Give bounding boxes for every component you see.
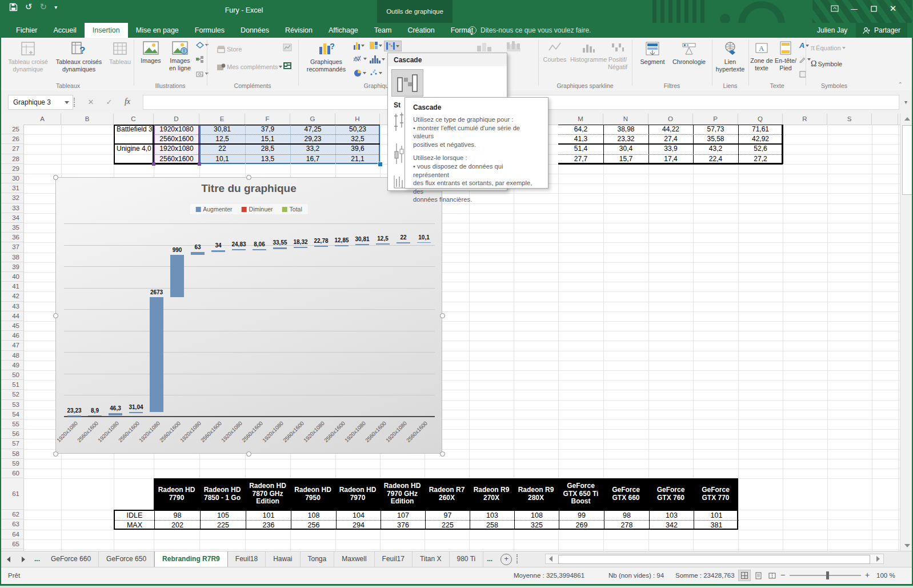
waterfall-bar[interactable] [191,252,205,255]
waterfall-bar[interactable] [232,249,246,250]
recommended-charts-button[interactable]: ? Graphiques recommandés [302,40,351,73]
sheet-tab-feuil17[interactable]: Feuil17 [375,551,413,567]
scroll-right-icon[interactable] [873,555,883,563]
column-header-S[interactable]: S [827,114,872,125]
gpu-cell[interactable]: 97 [425,511,470,520]
cell-value[interactable]: 51,4 [558,144,603,154]
waterfall-bar[interactable] [314,246,328,247]
row-header-42[interactable]: 42 [1,291,23,301]
cell-value[interactable]: 52,6 [738,144,783,154]
column-header-F[interactable]: F [245,114,290,125]
gpu-cell[interactable]: 256 [291,520,336,530]
tab-données[interactable]: Données [233,23,277,38]
tab-révision[interactable]: Révision [277,23,321,38]
row-header-53[interactable]: 53 [1,400,23,410]
row-header-28[interactable]: 28 [1,154,23,164]
cell-value[interactable]: 16,7 [290,154,335,164]
row-header-65[interactable]: 65 [1,539,23,549]
tab-fichier[interactable]: Fichier [8,23,46,38]
cell-value[interactable]: 23,32 [603,134,648,144]
sheet-tab-titan-x[interactable]: Titan X [413,551,450,567]
column-header-G[interactable]: G [290,114,335,125]
column-header-P[interactable]: P [693,114,738,125]
cell-resolution[interactable]: 2560x1600 [154,134,199,144]
cell-value[interactable]: 17,4 [648,154,693,164]
horizontal-scroll-thumb[interactable] [558,555,870,564]
waterfall-bar[interactable] [397,242,410,243]
fill-handle[interactable] [378,162,383,167]
row-header-56[interactable]: 56 [1,429,23,439]
purple-handle[interactable] [198,162,201,166]
sheet-nav-left-icon[interactable] [1,551,16,567]
cell-value[interactable]: 15,1 [245,134,290,144]
cell-value[interactable]: 27,4 [648,134,693,144]
cell-value[interactable]: 44,22 [648,125,693,134]
gpu-cell[interactable]: 101 [246,511,291,520]
gpu-cell[interactable]: 278 [604,520,649,530]
gpu-cell[interactable]: 103 [649,511,694,520]
cell-value[interactable]: 12,5 [199,134,245,144]
cell-value[interactable]: 30,81 [199,125,245,134]
gpu-cell[interactable]: 105 [200,511,246,520]
row-header-27[interactable]: 27 [1,144,23,154]
chart-object[interactable]: Titre du graphique AugmenterDiminuerTota… [55,177,442,454]
tab-accueil[interactable]: Accueil [46,23,85,38]
collapse-ribbon-icon[interactable]: ⌃ [898,81,903,87]
insert-statistic-chart-button[interactable] [368,54,387,65]
scroll-left-icon[interactable] [546,555,556,563]
cell-value[interactable]: 41,3 [558,134,603,144]
smartart-button[interactable] [194,55,206,64]
gpu-cell[interactable]: 108 [514,511,559,520]
maximize-icon[interactable] [864,0,883,17]
page-layout-view-icon[interactable] [752,570,764,581]
row-header-61[interactable]: 61 [1,478,23,510]
cell-value[interactable]: 50,23 [335,125,380,134]
cell-value[interactable]: 38,98 [603,125,648,134]
waterfall-bar[interactable] [253,249,266,250]
sheet-tab-geforce-650[interactable]: GeForce 650 [99,551,154,567]
waterfall-bar[interactable] [273,247,287,249]
insert-scatter-chart-button[interactable] [368,68,384,78]
tab-création[interactable]: Création [399,23,442,38]
legend-item-total[interactable]: Total [282,206,302,213]
row-header-49[interactable]: 49 [1,361,23,370]
gpu-cell[interactable]: 99 [559,511,604,520]
new-sheet-button[interactable]: + [500,554,512,565]
cell-value[interactable]: 39,6 [335,144,380,154]
row-header-48[interactable]: 48 [1,351,23,361]
chart-legend[interactable]: AugmenterDiminuerTotal [190,204,308,214]
undo-icon[interactable]: ↺ [25,3,33,11]
insert-line-chart-button[interactable] [352,54,369,63]
legend-item-diminuer[interactable]: Diminuer [242,206,273,213]
cell-group-label[interactable]: Battlefield 3 [115,125,154,134]
gpu-cell[interactable]: 98 [604,511,649,520]
waterfall-bar[interactable] [109,413,122,415]
purple-handle[interactable] [152,162,155,166]
row-header-51[interactable]: 51 [1,380,23,390]
header-footer-button[interactable]: En-tête/ Pied [774,40,798,71]
waterfall-bar[interactable] [67,415,81,417]
waterfall-bar[interactable] [376,243,390,245]
tab-insertion[interactable]: Insertion [85,23,128,38]
tell-me-search[interactable]: Dites-nous ce que vous voulez faire. [468,23,591,38]
cell-group-label[interactable]: Unigine 4,0 [115,144,154,154]
sheet-tab-rebranding-r7r9[interactable]: Rebranding R7R9 [154,551,228,567]
gpu-cell[interactable]: 376 [381,520,425,530]
chart-selection-handle[interactable] [246,175,251,180]
row-header-57[interactable]: 57 [1,439,23,449]
gpu-cell[interactable]: 108 [291,511,336,520]
chart-selection-handle[interactable] [53,313,58,318]
chart-title[interactable]: Titre du graphique [56,182,442,195]
cell-value[interactable]: 37,9 [245,125,290,134]
column-header-Q[interactable]: Q [738,114,783,125]
gpu-cell[interactable]: 225 [200,520,246,530]
tab-team[interactable]: Team [366,23,400,38]
row-header-31[interactable]: 31 [1,183,23,193]
tab-formules[interactable]: Formules [187,23,233,38]
cell-value[interactable]: 35,58 [693,134,738,144]
row-header-46[interactable]: 46 [1,331,23,341]
gpu-cell[interactable]: 236 [246,520,291,530]
sheet-tab-maxwell[interactable]: Maxwell [334,551,374,567]
cell-value[interactable]: 47,25 [290,125,335,134]
scroll-down-icon[interactable] [900,541,913,551]
